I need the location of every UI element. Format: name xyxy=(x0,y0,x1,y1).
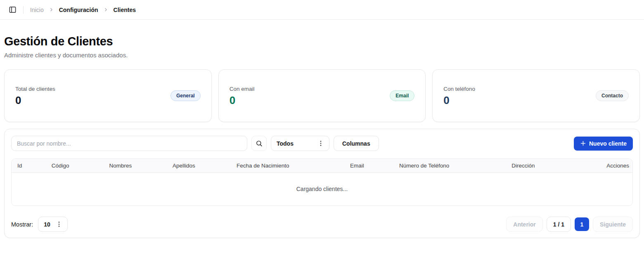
chevron-right-icon xyxy=(103,7,109,12)
header-divider xyxy=(23,6,24,14)
page-indicator: 1 / 1 xyxy=(547,217,571,232)
page-1-button[interactable]: 1 xyxy=(575,217,589,231)
column-header-apellidos: Apellidos xyxy=(167,159,231,172)
app-header: Inicio Configuración Clientes xyxy=(0,0,644,20)
column-header-id: Id xyxy=(12,159,46,172)
breadcrumb-item-inicio[interactable]: Inicio xyxy=(30,7,44,13)
status-badge: Contacto xyxy=(596,90,629,101)
column-header-fecha-nacimiento: Fecha de Nacimiento xyxy=(231,159,344,172)
page-size-control: Mostrar: 10 xyxy=(11,217,68,232)
pagination-bar: Mostrar: 10 Anterior 1 / 1 1 Siguie xyxy=(11,217,633,232)
page-title: Gestión de Clientes xyxy=(4,35,640,48)
search-button[interactable] xyxy=(251,136,267,151)
page-size-select[interactable]: 10 xyxy=(38,217,68,232)
column-header-telefono: Número de Teléfono xyxy=(393,159,506,172)
stat-value: 0 xyxy=(443,95,475,106)
panel-left-icon xyxy=(9,6,17,14)
search-input[interactable] xyxy=(11,136,247,151)
column-header-email: Email xyxy=(344,159,393,172)
previous-page-button[interactable]: Anterior xyxy=(506,217,542,232)
stat-value: 0 xyxy=(230,95,255,106)
clients-table: Id Código Nombres Apellidos Fecha de Nac… xyxy=(11,158,633,206)
table-toolbar: Todos Columnas Nuevo cliente xyxy=(11,136,633,151)
breadcrumb: Inicio Configuración Clientes xyxy=(30,7,136,13)
chevron-right-icon xyxy=(49,7,54,12)
new-client-label: Nuevo cliente xyxy=(589,140,627,147)
table-row: Cargando clientes... xyxy=(12,172,632,205)
page-size-value: 10 xyxy=(44,221,50,228)
column-header-codigo: Código xyxy=(46,159,104,172)
stat-card-con-email: Con email 0 Email xyxy=(218,69,426,122)
column-header-direccion: Dirección xyxy=(506,159,601,172)
status-badge: General xyxy=(170,90,201,101)
clients-panel: Todos Columnas Nuevo cliente xyxy=(4,129,640,238)
stat-value: 0 xyxy=(15,95,55,106)
stat-label: Total de clientes xyxy=(15,86,55,92)
page: Inicio Configuración Clientes Gestión de… xyxy=(0,0,644,269)
search-icon xyxy=(256,140,263,147)
sidebar-toggle-button[interactable] xyxy=(6,3,19,17)
stat-card-con-telefono: Con teléfono 0 Contacto xyxy=(432,69,640,122)
filter-select-value: Todos xyxy=(277,140,294,147)
column-header-acciones: Acciones xyxy=(601,159,632,172)
main-content: Gestión de Clientes Administre clientes … xyxy=(0,35,644,248)
filter-select[interactable]: Todos xyxy=(271,136,329,151)
new-client-button[interactable]: Nuevo cliente xyxy=(574,137,633,151)
pagination-buttons: Anterior 1 / 1 1 Siguiente xyxy=(506,217,633,232)
next-page-button[interactable]: Siguiente xyxy=(593,217,633,232)
table-header-row: Id Código Nombres Apellidos Fecha de Nac… xyxy=(12,159,632,172)
breadcrumb-item-clientes: Clientes xyxy=(114,7,136,13)
column-header-nombres: Nombres xyxy=(104,159,167,172)
stats-row: Total de clientes 0 General Con email 0 … xyxy=(4,69,640,122)
status-badge: Email xyxy=(390,90,414,101)
loading-message: Cargando clientes... xyxy=(12,172,632,205)
columns-button[interactable]: Columnas xyxy=(334,136,379,151)
stat-label: Con email xyxy=(230,86,255,92)
stat-label: Con teléfono xyxy=(443,86,475,92)
stat-card-total-clientes: Total de clientes 0 General xyxy=(4,69,212,122)
page-size-label: Mostrar: xyxy=(11,221,33,228)
page-subtitle: Administre clientes y documentos asociad… xyxy=(4,52,640,59)
plus-icon xyxy=(580,140,586,146)
vertical-dots-icon xyxy=(56,221,62,227)
vertical-dots-icon xyxy=(318,140,324,146)
breadcrumb-item-configuracion[interactable]: Configuración xyxy=(59,7,98,13)
